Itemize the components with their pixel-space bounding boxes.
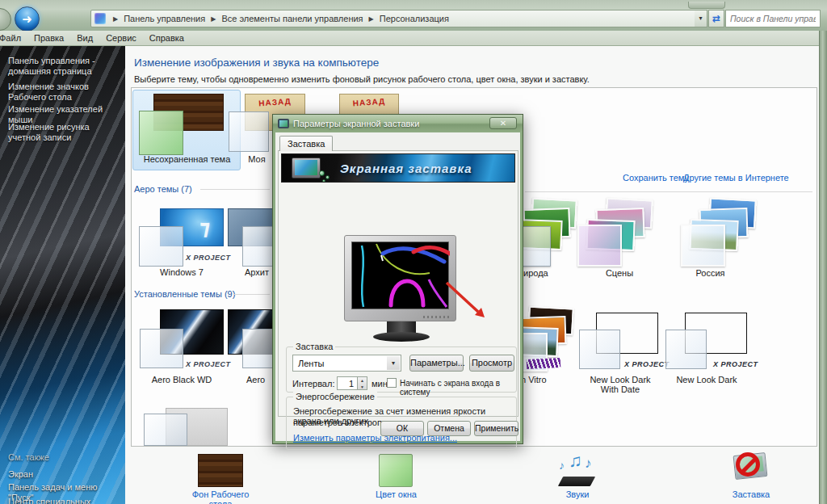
theme-label-russia: Россия [688, 268, 733, 278]
screensaver-select[interactable]: Ленты ▾ [292, 355, 401, 372]
poster-text: НАЗАД [246, 95, 305, 108]
xproject-watermark: X PROJECT [624, 360, 670, 368]
apply-button[interactable]: Применить [474, 421, 518, 436]
windows7-overlay-square [139, 226, 183, 267]
aero2-overlay-square [242, 329, 275, 368]
breadcrumb-all-items[interactable]: Все элементы панели управления [221, 14, 363, 23]
dialog-titlebar[interactable]: Параметры экранной заставки [273, 115, 523, 132]
screensaver-dialog: Параметры экранной заставки ✕ Заставка Э… [272, 114, 523, 444]
tab-screensaver[interactable]: Заставка [279, 136, 333, 151]
energy-group-label: Энергосбережение [293, 392, 377, 401]
refresh-button[interactable]: ⇄ [708, 10, 724, 27]
forward-arrow-icon: ➜ [22, 12, 32, 26]
aero-black-overlay-square [140, 329, 183, 368]
newlook-overlay-square [665, 330, 707, 369]
menu-file[interactable]: Файл [0, 32, 27, 44]
screensaver-select-value: Ленты [298, 359, 324, 368]
address-dropdown-button[interactable]: ▾ [695, 10, 707, 27]
window-color-label[interactable]: Цвет окна [370, 489, 422, 499]
window-right-border [819, 31, 827, 504]
search-input[interactable] [726, 10, 820, 27]
theme-label-newlook-date: New Look Dark With Date [580, 375, 661, 394]
monitor-base [373, 332, 430, 342]
menu-tools[interactable]: Сервис [99, 32, 143, 44]
theme-label-newlook: New Look Dark [670, 375, 743, 384]
interval-stepper[interactable]: ▲ ▼ [358, 376, 367, 390]
theme-label-aero2: Aero [246, 375, 271, 384]
theme-label-scenes: Сцены [599, 268, 640, 278]
divider [234, 294, 270, 295]
architecture-overlay-square [242, 226, 275, 267]
settings-button[interactable]: Параметры... [409, 355, 464, 372]
monitor-buttons [423, 316, 451, 318]
screensaver-banner: Экранная заставка [281, 153, 515, 183]
page-title: Изменение изображения и звука на компьют… [134, 57, 379, 69]
invitro-graffiti [527, 358, 561, 369]
dialog-close-button[interactable]: ✕ [489, 117, 517, 129]
page-subtitle: Выберите тему, чтобы одновременно измени… [134, 74, 590, 84]
screensaver-label[interactable]: Заставка [727, 489, 775, 499]
menu-view[interactable]: Вид [70, 32, 99, 44]
theme-label-my: Моя [242, 154, 271, 164]
theme-label-unsaved: Несохраненная тема [133, 154, 241, 164]
newlook-date-overlay-square [579, 330, 620, 369]
xproject-watermark: X PROJECT [713, 360, 758, 368]
preview-button[interactable]: Просмотр [469, 355, 514, 372]
scenes-theme-thumb[interactable] [575, 199, 656, 270]
sidebar: Панель управления - домашняя страница Из… [0, 46, 125, 504]
sounds-icon[interactable]: ♪ ♫ ♪ [554, 451, 599, 488]
dialog-title: Параметры экранной заставки [293, 119, 419, 128]
window-controls[interactable] [688, 2, 725, 9]
unsaved-theme-color-thumb[interactable] [139, 111, 183, 155]
music-note-icon: ♪ [585, 456, 592, 472]
divider [525, 191, 812, 192]
desktop-background-thumbnail[interactable] [198, 454, 243, 487]
desktop-background-label[interactable]: Фон Рабочего стола [184, 489, 257, 504]
music-note-icon: ♫ [569, 451, 582, 472]
menu-help[interactable]: Справка [143, 32, 191, 44]
search-box[interactable] [725, 10, 821, 27]
theme-label-architecture: Архит [242, 267, 271, 277]
address-bar[interactable]: ▶ Панель управления ▶ Все элементы панел… [90, 10, 707, 27]
ok-button[interactable]: ОК [380, 421, 424, 436]
chevron-down-icon: ▾ [387, 356, 400, 370]
save-theme-link[interactable]: Сохранить тему [623, 173, 689, 183]
my-theme-overlay-square [229, 111, 269, 152]
russia-theme-thumb[interactable] [678, 199, 759, 270]
sounds-label[interactable]: Звуки [557, 489, 598, 499]
banner-text: Экранная заставка [340, 162, 472, 175]
sidebar-item-account-picture[interactable]: Изменение рисунка учетной записи [8, 122, 120, 143]
xproject-watermark: X PROJECT [186, 360, 231, 368]
spin-down-icon: ▼ [360, 384, 364, 389]
more-themes-link[interactable]: Другие темы в Интернете [683, 173, 789, 183]
screensaver-preview-monitor [344, 235, 456, 321]
interval-label: Интервал: [292, 379, 334, 388]
breadcrumb-separator-icon: ▶ [369, 15, 374, 23]
breadcrumb-separator-icon: ▶ [211, 15, 216, 23]
theme-label-windows7: Windows 7 [149, 267, 214, 277]
logon-checkbox[interactable] [387, 378, 397, 388]
spin-up-icon: ▲ [360, 378, 364, 383]
theme-label-aero-black: Aero Black WD [145, 375, 218, 384]
sidebar-item-ease-of-access[interactable]: Центр специальных возможностей [8, 497, 120, 504]
poster-text: НАЗАД [340, 96, 399, 109]
interval-input[interactable]: 1 [337, 376, 358, 390]
dialog-tab-panel: Экранная заставка Заставка [278, 150, 518, 417]
cancel-button[interactable]: Отмена [427, 421, 471, 436]
music-note-icon: ♪ [559, 459, 565, 472]
logon-checkbox-label: Начинать с экрана входа в систему [400, 379, 516, 397]
sidebar-item-home[interactable]: Панель управления - домашняя страница [8, 56, 120, 77]
refresh-icon: ⇄ [712, 13, 720, 24]
sidebar-item-display[interactable]: Экран [8, 469, 120, 480]
sidebar-item-desktop-icons[interactable]: Изменение значков Рабочего стола [8, 82, 120, 103]
dialog-monitor-icon [278, 119, 289, 128]
breadcrumb-personalization[interactable]: Персонализация [380, 14, 449, 23]
chevron-down-icon: ▾ [699, 15, 702, 22]
window-color-thumbnail[interactable] [379, 454, 413, 487]
breadcrumb-control-panel[interactable]: Панель управления [124, 14, 205, 23]
forward-button[interactable]: ➜ [15, 6, 40, 32]
menu-edit[interactable]: Правка [27, 32, 70, 44]
close-icon: ✕ [500, 119, 506, 128]
theme-label-nature: ирода [523, 268, 556, 278]
screensaver-disabled-icon[interactable] [731, 451, 773, 488]
